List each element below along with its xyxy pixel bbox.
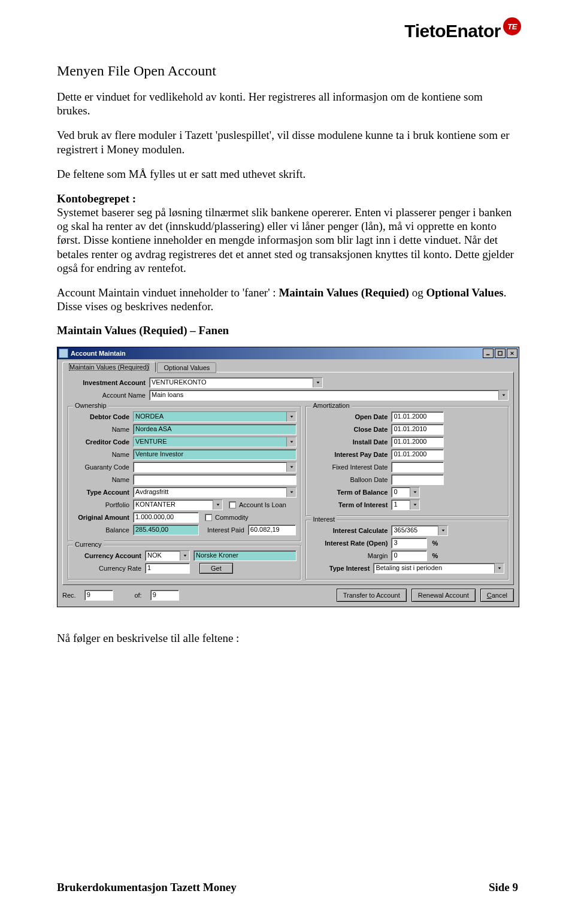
close-button[interactable] <box>507 349 518 358</box>
label-install-date: Install Date <box>310 438 391 446</box>
tab-maintain-values[interactable]: Maintain Values (Required) <box>62 362 156 372</box>
chevron-down-icon[interactable] <box>286 412 296 422</box>
label-term-balance: Term of Balance <box>310 489 391 496</box>
kontobegrepet-body: Systemet baserer seg på løsning tilnærme… <box>57 206 514 274</box>
original-amount-input[interactable]: 1.000.000,00 <box>133 512 199 523</box>
tabstrip: Maintain Values (Required) Optional Valu… <box>62 362 514 372</box>
paragraph-intro-1: Dette er vinduet for vedlikehold av kont… <box>57 90 518 117</box>
label-guaranty-code: Guaranty Code <box>72 463 133 471</box>
group-amortization-caption: Amortization <box>311 402 351 409</box>
term-interest-combo[interactable]: 1 <box>391 499 420 510</box>
label-investment-account: Investment Account <box>68 379 149 386</box>
currency-rate-input[interactable]: 1 <box>145 563 190 574</box>
maximize-button[interactable] <box>495 349 506 358</box>
paragraph-intro-3: De feltene som MÅ fylles ut er satt med … <box>57 167 518 181</box>
window-icon <box>59 349 68 358</box>
interest-rate-open-input[interactable]: 3 <box>391 538 427 549</box>
footer-left: Brukerdokumentasjon Tazett Money <box>57 881 237 894</box>
install-date-input[interactable]: 01.01.2000 <box>391 437 444 447</box>
page-footer: Brukerdokumentasjon Tazett Money Side 9 <box>57 881 518 894</box>
guaranty-name-input[interactable] <box>133 474 296 485</box>
tab-heading: Maintain Values (Requied) – Fanen <box>57 324 518 337</box>
label-interest-pay-date: Interest Pay Date <box>310 451 391 458</box>
kontobegrepet-heading: Kontobegrepet : <box>57 192 136 205</box>
group-interest: Interest Interest Calculate 365/365 Inte… <box>305 520 509 580</box>
label-of: of: <box>118 592 146 599</box>
label-original-amount: Original Amount <box>72 514 133 521</box>
creditor-name-input[interactable]: Venture Investor <box>133 449 296 460</box>
brand-logo: TietoEnator TE <box>404 21 521 41</box>
cancel-button[interactable]: Cancel <box>480 589 514 602</box>
page-title: Menyen File Open Account <box>57 63 518 79</box>
chevron-down-icon[interactable] <box>313 378 322 387</box>
of-input[interactable]: 9 <box>150 590 179 601</box>
debtor-name-input[interactable]: Nordea ASA <box>133 424 296 435</box>
label-term-interest: Term of Interest <box>310 501 391 508</box>
group-amortization: Amortization Open Date01.01.2000 Close D… <box>305 406 509 516</box>
open-date-input[interactable]: 01.01.2000 <box>391 411 444 422</box>
margin-input[interactable]: 0 <box>391 550 427 561</box>
currency-account-combo[interactable]: NOK <box>145 550 190 561</box>
group-currency: Currency Currency Account NOK Norske Kro… <box>68 545 301 580</box>
interest-paid-input[interactable]: 60.082,19 <box>248 525 296 535</box>
label-currency-rate: Currency Rate <box>72 565 145 572</box>
chevron-down-icon[interactable] <box>410 487 419 497</box>
chevron-down-icon[interactable] <box>410 500 419 510</box>
chevron-down-icon[interactable] <box>498 390 508 400</box>
balance-input[interactable]: 285.450,00 <box>133 525 199 535</box>
label-open-date: Open Date <box>310 413 391 420</box>
interest-calculate-combo[interactable]: 365/365 <box>391 525 448 536</box>
rec-input[interactable]: 9 <box>84 590 113 601</box>
label-type-account: Type Account <box>72 489 133 496</box>
chevron-down-icon[interactable] <box>180 551 189 561</box>
close-date-input[interactable]: 01.01.2010 <box>391 424 444 435</box>
brand-name: TietoEnator <box>404 21 501 41</box>
chevron-down-icon[interactable] <box>286 437 296 447</box>
label-account-name: Account Name <box>68 392 149 399</box>
currency-name-input[interactable]: Norske Kroner <box>193 550 296 561</box>
creditor-code-combo[interactable]: VENTURE <box>133 437 296 447</box>
interest-pay-date-input[interactable]: 01.01.2000 <box>391 449 444 460</box>
label-debtor-name: Name <box>72 426 133 433</box>
transfer-to-account-button[interactable]: Transfer to Account <box>337 589 407 602</box>
brand-badge: TE <box>503 17 521 35</box>
get-button[interactable]: Get <box>199 563 233 574</box>
paragraph-after: Nå følger en beskrivelse til alle felten… <box>57 631 518 645</box>
label-percent-2: % <box>427 552 441 559</box>
portfolio-combo[interactable]: KONTANTER <box>133 499 223 510</box>
group-currency-caption: Currency <box>73 541 104 548</box>
label-portfolio: Portfolio <box>72 501 133 508</box>
chevron-down-icon[interactable] <box>494 564 504 573</box>
renewal-account-button[interactable]: Renewal Account <box>411 589 476 602</box>
tab-optional-values[interactable]: Optional Values <box>157 362 216 373</box>
investment-account-combo[interactable]: VENTUREKONTO <box>149 377 323 388</box>
debtor-code-combo[interactable]: NORDEA <box>133 411 296 422</box>
window-footer: Rec. 9 of: 9 Transfer to Account Renewal… <box>62 585 514 602</box>
label-creditor-name: Name <box>72 451 133 458</box>
chevron-down-icon[interactable] <box>286 487 296 497</box>
window-titlebar[interactable]: Account Maintain <box>58 347 519 359</box>
fixed-interest-date-input[interactable] <box>391 462 444 472</box>
minimize-button[interactable] <box>483 349 494 358</box>
chevron-down-icon[interactable] <box>286 462 296 472</box>
chevron-down-icon[interactable] <box>213 500 222 510</box>
chevron-down-icon[interactable] <box>438 526 447 535</box>
type-account-combo[interactable]: Avdragsfritt <box>133 487 296 498</box>
label-type-interest: Type Interest <box>310 565 373 572</box>
label-balloon-date: Balloon Date <box>310 476 391 483</box>
balloon-date-input[interactable] <box>391 474 444 485</box>
label-close-date: Close Date <box>310 426 391 433</box>
account-name-combo[interactable]: Main loans <box>149 390 509 401</box>
guaranty-code-combo[interactable] <box>133 462 296 472</box>
account-is-loan-checkbox[interactable] <box>229 501 236 508</box>
term-balance-combo[interactable]: 0 <box>391 487 420 498</box>
label-percent-1: % <box>427 540 441 547</box>
group-ownership: Ownership Debtor Code NORDEA Name Nordea… <box>68 406 301 541</box>
commodity-checkbox[interactable] <box>205 514 212 521</box>
tab-panel: Investment Account VENTUREKONTO Account … <box>62 372 514 585</box>
label-debtor-code: Debtor Code <box>72 413 133 420</box>
group-interest-caption: Interest <box>311 516 337 523</box>
type-interest-combo[interactable]: Betaling sist i perioden <box>373 563 504 574</box>
svg-rect-1 <box>498 352 502 355</box>
label-balance: Balance <box>72 526 133 534</box>
